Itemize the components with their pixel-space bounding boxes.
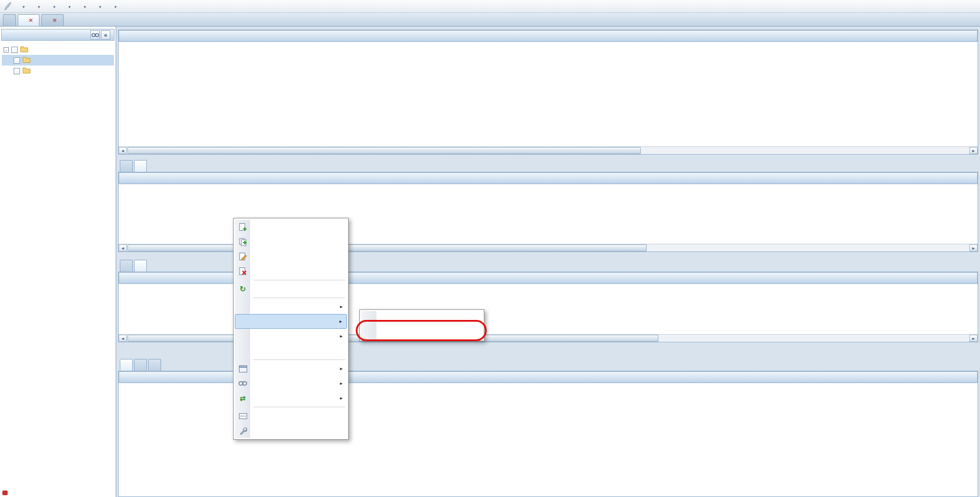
scroll-right-icon[interactable]: ► bbox=[969, 335, 978, 342]
scroll-left-icon[interactable]: ◄ bbox=[119, 335, 127, 342]
menubar-item-functions[interactable]: ▼ bbox=[61, 1, 76, 12]
status-indicator bbox=[2, 491, 8, 495]
menu-item-citk-cost-code[interactable] bbox=[235, 344, 347, 358]
projects-panel-title bbox=[119, 30, 978, 42]
tab-pup-instructions[interactable]: ✕ bbox=[41, 14, 63, 26]
submenu-item-contract-external-customer[interactable] bbox=[361, 325, 483, 339]
submenu-arrow-icon: ► bbox=[339, 319, 343, 323]
tab-project-stages[interactable] bbox=[134, 160, 147, 172]
menubar-item-file[interactable]: ▼ bbox=[15, 1, 30, 12]
window-tabbar: ✕ ✕ bbox=[0, 13, 980, 27]
settings-wrench-icon bbox=[237, 427, 248, 435]
menu-item-duplicate[interactable] bbox=[235, 234, 347, 249]
node-checkbox[interactable] bbox=[14, 57, 20, 64]
tab-projects[interactable]: ✕ bbox=[18, 14, 40, 26]
folder-icon bbox=[22, 56, 31, 64]
tab-consumed-resources[interactable] bbox=[148, 359, 161, 371]
scroll-right-icon[interactable]: ► bbox=[969, 147, 978, 154]
history-subtabs bbox=[118, 358, 161, 371]
scroll-left-icon[interactable]: ◄ bbox=[119, 147, 127, 154]
tree-node-niokr-goz[interactable] bbox=[2, 55, 114, 66]
submenu-arrow-icon: ► bbox=[339, 396, 343, 400]
node-checkbox[interactable] bbox=[11, 47, 18, 53]
menu-separator bbox=[253, 407, 345, 407]
delete-doc-icon bbox=[237, 267, 248, 276]
chevron-down-icon: ▼ bbox=[83, 5, 87, 9]
tab-desktop[interactable] bbox=[3, 14, 16, 26]
chevron-down-icon: ▼ bbox=[114, 5, 117, 9]
menu-item-state[interactable]: ► bbox=[235, 299, 347, 314]
scroll-right-icon[interactable]: ► bbox=[969, 244, 978, 251]
chevron-down-icon: ▼ bbox=[99, 5, 102, 9]
menubar-item-dictionaries[interactable]: ▼ bbox=[91, 1, 107, 12]
menu-item-add[interactable] bbox=[235, 220, 347, 234]
stages-subtabs bbox=[118, 159, 147, 172]
collapse-node-icon[interactable]: - bbox=[4, 47, 9, 53]
projects-table bbox=[119, 42, 978, 146]
menubar-item-documents[interactable]: ▼ bbox=[30, 1, 45, 12]
submenu-item-contract-external-executor[interactable] bbox=[361, 311, 483, 325]
submenu-arrow-icon: ► bbox=[339, 381, 343, 385]
chevron-down-icon: ▼ bbox=[68, 5, 71, 9]
menu-separator bbox=[253, 280, 345, 280]
tree-node-projects[interactable]: - bbox=[2, 44, 114, 55]
context-menu: ↻ ► ► ► ► ► ⇄ ► bbox=[233, 218, 349, 440]
chevron-down-icon: ▼ bbox=[53, 5, 56, 9]
menubar: ▼ ▼ ▼ ▼ ▼ ▼ ▼ bbox=[0, 0, 980, 13]
menu-item-toolbar[interactable] bbox=[235, 408, 347, 423]
submenu-arrow-icon: ► bbox=[339, 334, 343, 338]
chevron-down-icon: ▼ bbox=[37, 5, 41, 9]
sidebar-header: « bbox=[1, 29, 114, 41]
menu-item-delete[interactable] bbox=[235, 264, 347, 279]
links-icon bbox=[237, 381, 248, 386]
tab-predecessors[interactable] bbox=[134, 359, 147, 371]
menu-separator bbox=[253, 297, 345, 298]
menu-item-formation[interactable]: ► bbox=[235, 314, 347, 329]
projects-panel: ◄ ► bbox=[118, 30, 978, 155]
menu-separator bbox=[253, 359, 345, 360]
tree-node-other[interactable] bbox=[2, 66, 114, 76]
toolbar-icon bbox=[237, 413, 248, 420]
close-icon[interactable]: ✕ bbox=[28, 18, 33, 24]
stages-panel-title bbox=[119, 172, 978, 184]
hierarchy-tree: - bbox=[2, 44, 114, 76]
search-icon[interactable] bbox=[90, 30, 100, 40]
app-logo-icon bbox=[2, 1, 14, 12]
folder-icon bbox=[22, 67, 31, 75]
exchange-icon: ⇄ bbox=[237, 395, 248, 402]
menu-item-view[interactable]: ► bbox=[235, 329, 347, 344]
chevron-down-icon: ▼ bbox=[22, 5, 25, 9]
extensions-icon bbox=[237, 365, 248, 372]
formation-submenu bbox=[359, 309, 484, 341]
tab-work-change-history[interactable] bbox=[120, 359, 133, 371]
hierarchy-sidebar: « - bbox=[0, 27, 116, 497]
scroll-left-icon[interactable]: ◄ bbox=[119, 244, 127, 251]
folder-icon bbox=[20, 45, 28, 54]
node-checkbox[interactable] bbox=[14, 68, 20, 74]
menubar-item-accounting[interactable]: ▼ bbox=[45, 1, 61, 12]
menu-item-extensions[interactable]: ► bbox=[235, 361, 347, 376]
menu-item-exchange[interactable]: ⇄ ► bbox=[235, 391, 347, 406]
collapse-sidebar-icon[interactable]: « bbox=[101, 30, 110, 40]
submenu-arrow-icon: ► bbox=[339, 367, 343, 371]
horizontal-scrollbar[interactable]: ◄ ► bbox=[119, 146, 978, 154]
tab-project-change-history[interactable] bbox=[120, 160, 133, 172]
menu-item-links[interactable]: ► bbox=[235, 376, 347, 391]
works-subtabs bbox=[118, 259, 147, 272]
add-doc-icon bbox=[237, 223, 248, 231]
tab-stage-change-history[interactable] bbox=[120, 260, 133, 272]
menu-item-refresh[interactable]: ↻ bbox=[235, 282, 347, 296]
close-icon[interactable]: ✕ bbox=[52, 18, 57, 24]
menubar-item-help[interactable]: ▼ bbox=[107, 1, 122, 12]
tab-stage-works[interactable] bbox=[134, 260, 147, 272]
menu-item-edit[interactable] bbox=[235, 249, 347, 264]
duplicate-doc-icon bbox=[237, 238, 248, 246]
edit-doc-icon bbox=[237, 253, 248, 261]
scrollbar-thumb[interactable] bbox=[127, 147, 641, 154]
submenu-arrow-icon: ► bbox=[339, 305, 343, 309]
menu-item-settings[interactable] bbox=[235, 423, 347, 438]
refresh-icon: ↻ bbox=[237, 285, 248, 293]
menubar-item-reports[interactable]: ▼ bbox=[76, 1, 91, 12]
scrollbar-thumb[interactable] bbox=[127, 244, 647, 251]
